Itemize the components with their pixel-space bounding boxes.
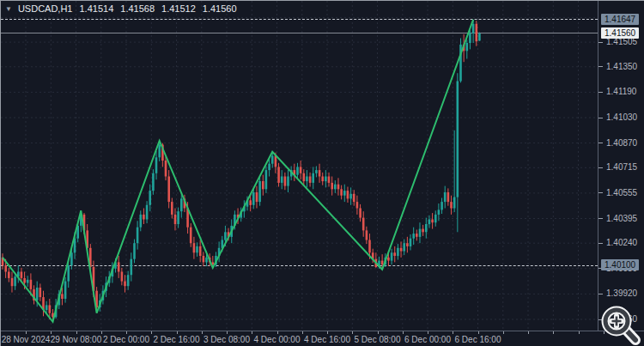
candle (177, 208, 179, 228)
high-marker-price-box[interactable]: 1.41647 (601, 14, 639, 25)
price-tick-label: 1.40870 (606, 138, 637, 148)
candle (11, 272, 14, 293)
candle (27, 276, 29, 287)
chart-plot-area[interactable]: ▼ USDCAD,H1 1.41514 1.41568 1.41512 1.41… (1, 1, 598, 331)
candle (319, 164, 321, 183)
candle (406, 237, 409, 253)
time-tick-label: 6 Dec 00:00 (404, 335, 451, 344)
chart-title: ▼ USDCAD,H1 1.41514 1.41568 1.41512 1.41… (5, 3, 237, 14)
time-tick-mark (302, 331, 303, 334)
candle (349, 187, 352, 204)
candle (469, 30, 471, 49)
time-tick-mark (202, 331, 203, 334)
candle (457, 73, 459, 232)
candle (397, 244, 399, 260)
time-tick-mark (579, 331, 580, 334)
candle (362, 211, 365, 237)
bid-price-box: 1.41560 (601, 27, 639, 39)
time-tick-label: 3 Dec 08:00 (204, 335, 250, 344)
candle (366, 227, 368, 244)
price-tick-mark (598, 192, 603, 193)
time-tick-label: 4 Dec 16:00 (304, 335, 350, 344)
candle (334, 180, 337, 193)
candle (196, 242, 198, 257)
time-tick-mark (503, 331, 504, 334)
candle (393, 246, 396, 263)
candle (199, 240, 202, 263)
candle (258, 177, 261, 205)
candle (466, 39, 469, 58)
candle (127, 271, 130, 290)
candle (453, 131, 456, 212)
time-tick-mark (252, 331, 252, 334)
candle (340, 185, 343, 200)
price-tick-mark (598, 218, 603, 219)
price-tick-label: 1.40240 (606, 238, 637, 247)
price-axis[interactable]: 1.41647 1.41560 1.40100 1.415051.413501.… (598, 1, 644, 331)
candle (438, 203, 440, 221)
candle (459, 39, 462, 83)
candle (131, 252, 133, 281)
time-tick-mark (378, 331, 379, 334)
zigzag-indicator-line[interactable] (3, 20, 473, 322)
time-tick-mark (478, 331, 479, 334)
time-axis[interactable]: 28 Nov 202429 Nov 08:002 Dec 00:002 Dec … (1, 331, 644, 346)
candle (143, 209, 145, 225)
ohlc-close-value: 1.41560 (203, 3, 237, 14)
candlesticks-layer (2, 20, 481, 322)
candle (325, 170, 327, 187)
price-tick-label: 1.40715 (606, 162, 637, 172)
candle (265, 167, 268, 193)
collapse-arrow-icon[interactable]: ▼ (5, 5, 12, 13)
candle (444, 186, 447, 209)
candle (193, 237, 196, 259)
ohlc-high-value: 1.41568 (120, 3, 155, 14)
candle (328, 173, 331, 187)
candle (42, 291, 45, 317)
candle (33, 285, 35, 304)
candle (309, 173, 312, 187)
ohlc-low-value: 1.41512 (161, 3, 196, 14)
candle (39, 283, 42, 300)
price-tick-label: 1.40555 (606, 188, 637, 197)
price-tick-label: 1.41030 (606, 112, 637, 122)
candle (447, 188, 450, 205)
time-tick-mark (76, 331, 77, 334)
candle (294, 164, 296, 181)
price-tick-label: 1.41190 (606, 87, 636, 96)
candle (412, 228, 415, 245)
candle (167, 170, 170, 208)
candle (337, 178, 340, 195)
time-tick-mark (101, 331, 102, 334)
candle (296, 163, 299, 179)
candle (140, 210, 143, 231)
candle (8, 268, 10, 282)
candle (416, 230, 418, 241)
candle (321, 173, 324, 185)
time-tick-mark (453, 331, 453, 334)
candle (133, 240, 136, 264)
magnifier-zoom-button[interactable] (592, 300, 644, 346)
candle (353, 190, 355, 206)
candle (2, 253, 4, 270)
candle (149, 185, 151, 212)
price-tick-mark (598, 243, 603, 244)
price-tick-mark (598, 143, 603, 143)
price-tick-mark (598, 167, 603, 168)
candle (331, 177, 333, 196)
price-tick-mark (598, 118, 603, 118)
time-tick-label: 2 Dec 16:00 (154, 335, 200, 344)
candle (359, 204, 361, 222)
candle (422, 225, 424, 236)
time-tick-mark (151, 331, 152, 334)
candle (165, 156, 167, 180)
time-tick-label: 5 Dec 08:00 (355, 335, 401, 344)
candle (146, 201, 149, 223)
candle (431, 213, 434, 229)
candle (315, 167, 318, 178)
candle (312, 167, 314, 189)
candle (343, 185, 346, 202)
candle (256, 186, 258, 209)
candle (356, 196, 359, 215)
support-marker-price-box[interactable]: 1.40100 (601, 259, 639, 270)
